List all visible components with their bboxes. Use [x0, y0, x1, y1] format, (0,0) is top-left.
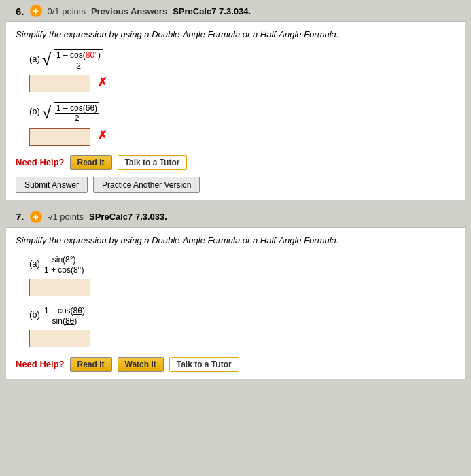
watch-it-button-7[interactable]: Watch It: [118, 357, 164, 372]
q7-fraction-a-den: 1 + cos(8°): [42, 265, 86, 275]
question-6-problem-id: SPreCalc7 7.3.034.: [173, 6, 251, 16]
question-6-instruction: Simplify the expression by using a Doubl…: [16, 29, 455, 41]
q7-fraction-b: 1 – cos(8θ) sin(8θ): [42, 306, 87, 326]
q7-fraction-a-num: sin(8°): [50, 255, 78, 265]
fraction-b-den: 2: [73, 114, 81, 123]
part-7b-label: (b): [29, 309, 40, 320]
part-a-answer-row: ✗: [29, 72, 455, 92]
question-7-block: 7. + -/1 points SPreCalc7 7.3.033. Simpl…: [5, 206, 466, 379]
part-a-expression: (a) √ 1 – cos(80°) 2: [29, 49, 455, 71]
part-b-answer-row: ✗: [29, 125, 455, 146]
read-it-button-7[interactable]: Read It: [70, 357, 112, 372]
fraction-b: 1 – cos(6θ) 2: [54, 102, 99, 124]
question-6-part-b: (b) √ 1 – cos(6θ) 2 ✗: [29, 102, 455, 146]
question-6-number: 6.: [16, 5, 24, 17]
practice-version-button-6[interactable]: Practice Another Version: [93, 177, 200, 193]
read-it-button-6[interactable]: Read It: [70, 155, 112, 170]
question-7-points: -/1 points: [48, 211, 84, 222]
question-6-points: 0/1 points: [48, 6, 86, 16]
question-7-part-a: (a) sin(8°) 1 + cos(8°): [29, 255, 455, 296]
question-7-instruction: Simplify the expression by using a Doubl…: [16, 235, 455, 247]
part-a-label: (a): [29, 54, 40, 64]
question-6-block: 6. + 0/1 points Previous Answers SPreCal…: [5, 0, 466, 201]
fraction-a-num: 1 – cos(80°): [55, 50, 102, 61]
part-7b-input[interactable]: [29, 330, 90, 347]
part-b-label: (b): [29, 106, 40, 116]
part-7a-label: (a): [29, 258, 40, 269]
talk-tutor-button-6[interactable]: Talk to a Tutor: [118, 155, 188, 170]
question-6-part-a: (a) √ 1 – cos(80°) 2 ✗: [29, 49, 455, 92]
submit-answer-button-6[interactable]: Submit Answer: [16, 177, 88, 193]
part-7b-answer-row: [29, 327, 455, 347]
q7-fraction-a: sin(8°) 1 + cos(8°): [42, 255, 86, 275]
points-plus-icon-7: +: [30, 211, 42, 223]
part-7b-expression: (b) 1 – cos(8θ) sin(8θ): [29, 306, 455, 326]
points-plus-icon: +: [30, 5, 42, 17]
sqrt-symbol-b: √: [42, 105, 51, 121]
fraction-a-inline: 1 – cos(80°) 2: [55, 50, 102, 71]
question-6-need-help: Need Help? Read It Talk to a Tutor: [16, 155, 455, 170]
question-7-number: 7.: [16, 211, 24, 222]
question-7-header: 7. + -/1 points SPreCalc7 7.3.033.: [6, 207, 465, 228]
sqrt-symbol-a: √: [42, 52, 51, 68]
page-wrapper: 6. + 0/1 points Previous Answers SPreCal…: [0, 0, 471, 379]
question-6-actions: Submit Answer Practice Another Version: [16, 177, 455, 193]
need-help-label-7: Need Help?: [16, 359, 65, 369]
part-7a-input[interactable]: [29, 279, 90, 296]
prev-answers-label: Previous Answers: [91, 6, 167, 16]
fraction-a: 1 – cos(80°) 2: [54, 49, 103, 71]
part-7a-answer-row: [29, 276, 455, 296]
talk-tutor-button-7[interactable]: Talk to a Tutor: [169, 357, 239, 372]
part-a-input[interactable]: [29, 75, 90, 92]
part-b-input[interactable]: [29, 128, 90, 146]
question-7-part-b: (b) 1 – cos(8θ) sin(8θ): [29, 306, 455, 347]
fraction-a-den: 2: [75, 61, 82, 71]
question-6-header: 6. + 0/1 points Previous Answers SPreCal…: [6, 1, 465, 22]
fraction-b-num: 1 – cos(6θ): [55, 103, 99, 114]
fraction-b-inline: 1 – cos(6θ) 2: [55, 103, 99, 124]
part-7a-expression: (a) sin(8°) 1 + cos(8°): [29, 255, 455, 275]
part-b-error-mark: ✗: [97, 128, 107, 143]
question-7-need-help: Need Help? Read It Watch It Talk to a Tu…: [16, 357, 455, 372]
q7-fraction-b-den: sin(8θ): [50, 316, 80, 326]
part-a-error-mark: ✗: [97, 75, 107, 90]
part-b-expression: (b) √ 1 – cos(6θ) 2: [29, 102, 455, 124]
question-7-problem-id: SPreCalc7 7.3.033.: [89, 211, 167, 222]
need-help-label-6: Need Help?: [16, 157, 65, 167]
q7-fraction-b-num: 1 – cos(8θ): [42, 306, 87, 316]
